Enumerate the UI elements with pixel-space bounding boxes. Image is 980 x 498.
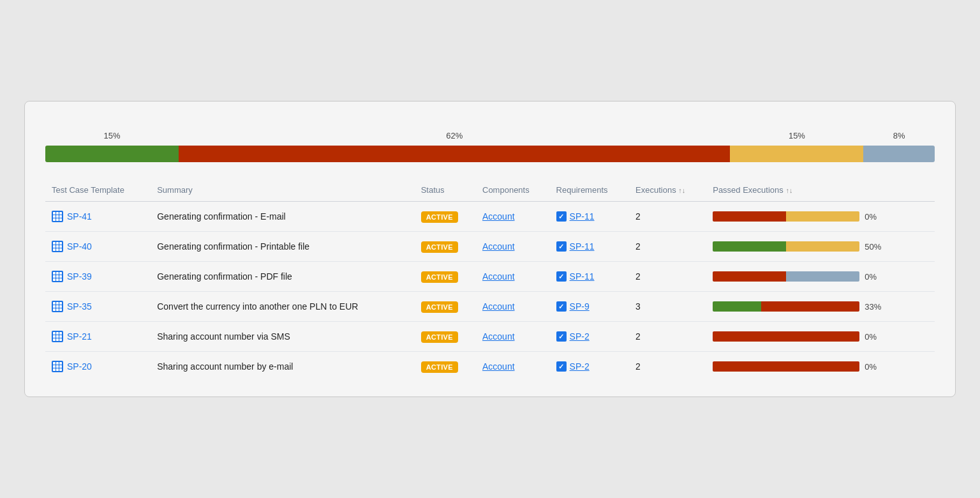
progress-label: 8% <box>893 131 905 140</box>
tc-id-cell: SP-20 <box>45 352 151 382</box>
component-link[interactable]: Account <box>482 271 515 282</box>
main-card: 15%62%15%8% Test Case TemplateSummarySta… <box>24 101 956 397</box>
tc-id-cell: SP-21 <box>45 322 151 352</box>
req-link[interactable]: SP-11 <box>570 241 595 252</box>
execution-bar <box>713 301 859 312</box>
component-link[interactable]: Account <box>482 361 515 372</box>
table-row: SP-20 Sharing account number by e-mailAC… <box>45 352 935 382</box>
grid-icon <box>52 361 63 372</box>
table-row: SP-41 Generating confirmation - E-mailAC… <box>45 202 935 232</box>
bar-segment <box>713 301 761 312</box>
passed-pct-label: 33% <box>865 302 885 312</box>
bar-segment <box>713 211 786 222</box>
status-badge: ACTIVE <box>421 301 458 313</box>
requirement-cell: SP-2 <box>550 352 630 382</box>
execution-bar <box>713 361 859 372</box>
summary-cell: Convert the currency into another one PL… <box>151 292 414 322</box>
executions-cell: 2 <box>629 352 706 382</box>
status-cell: ACTIVE <box>415 202 476 232</box>
execution-bar <box>713 211 859 222</box>
progress-label: 15% <box>104 131 121 140</box>
component-cell: Account <box>476 232 550 262</box>
tc-link[interactable]: SP-39 <box>52 271 144 282</box>
passed-executions-cell: 0% <box>706 352 935 382</box>
grid-icon <box>52 211 63 222</box>
status-cell: ACTIVE <box>415 262 476 292</box>
tc-id-label: SP-41 <box>67 211 92 222</box>
summary-cell: Sharing account number via SMS <box>151 322 414 352</box>
grid-icon <box>52 331 63 342</box>
progress-segment <box>45 146 179 162</box>
tc-id-label: SP-35 <box>67 301 92 312</box>
executions-cell: 2 <box>629 322 706 352</box>
component-cell: Account <box>476 262 550 292</box>
grid-icon <box>52 271 63 282</box>
req-checkbox-icon <box>556 211 567 222</box>
table-row: SP-21 Sharing account number via SMSACTI… <box>45 322 935 352</box>
passed-executions-cell: 33% <box>706 292 935 322</box>
tc-link[interactable]: SP-35 <box>52 301 144 312</box>
tc-link[interactable]: SP-41 <box>52 211 144 222</box>
req-link[interactable]: SP-11 <box>570 271 595 282</box>
status-badge: ACTIVE <box>421 331 458 343</box>
passed-pct-label: 0% <box>865 362 885 372</box>
tc-id-cell: SP-35 <box>45 292 151 322</box>
executions-cell: 2 <box>629 202 706 232</box>
passed-pct-label: 0% <box>865 332 885 342</box>
mini-bar-container: 0% <box>713 271 928 282</box>
mini-bar-container: 0% <box>713 211 928 222</box>
bar-segment <box>713 331 859 342</box>
col-header-executions[interactable]: Executions ↑↓ <box>629 180 706 202</box>
component-cell: Account <box>476 292 550 322</box>
component-link[interactable]: Account <box>482 331 515 342</box>
component-link[interactable]: Account <box>482 241 515 252</box>
status-badge: ACTIVE <box>421 361 458 373</box>
results-table: Test Case TemplateSummaryStatusComponent… <box>45 180 935 381</box>
passed-executions-cell: 50% <box>706 232 935 262</box>
progress-bar <box>45 146 935 162</box>
passed-executions-cell: 0% <box>706 202 935 232</box>
tc-id-label: SP-21 <box>67 331 92 342</box>
executions-cell: 2 <box>629 262 706 292</box>
summary-cell: Sharing account number by e-mail <box>151 352 414 382</box>
sort-icon: ↑↓ <box>785 186 792 194</box>
passed-pct-label: 50% <box>865 242 885 252</box>
bar-segment <box>713 241 786 252</box>
req-link[interactable]: SP-9 <box>570 301 590 312</box>
col-header-passed[interactable]: Passed Executions ↑↓ <box>706 180 935 202</box>
mini-bar-container: 0% <box>713 331 928 342</box>
executions-cell: 3 <box>629 292 706 322</box>
results-table-container: Test Case TemplateSummaryStatusComponent… <box>45 180 935 381</box>
table-row: SP-39 Generating confirmation - PDF file… <box>45 262 935 292</box>
summary-cell: Generating confirmation - Printable file <box>151 232 414 262</box>
component-cell: Account <box>476 352 550 382</box>
req-link[interactable]: SP-11 <box>570 211 595 222</box>
tc-id-cell: SP-40 <box>45 232 151 262</box>
tc-link[interactable]: SP-20 <box>52 361 144 372</box>
component-link[interactable]: Account <box>482 211 515 222</box>
mini-bar-container: 0% <box>713 361 928 372</box>
mini-bar-container: 33% <box>713 301 928 312</box>
req-link[interactable]: SP-2 <box>570 331 590 342</box>
col-header-status: Status <box>415 180 476 202</box>
col-header-summary: Summary <box>151 180 414 202</box>
bar-segment <box>786 211 859 222</box>
grid-icon <box>52 301 63 312</box>
col-header-requirements: Requirements <box>550 180 630 202</box>
progress-segment <box>730 146 863 162</box>
passed-pct-label: 0% <box>865 272 885 282</box>
summary-cell: Generating confirmation - E-mail <box>151 202 414 232</box>
progress-labels: 15%62%15%8% <box>45 131 935 144</box>
req-link[interactable]: SP-2 <box>570 361 590 372</box>
executions-cell: 2 <box>629 232 706 262</box>
bar-segment <box>713 361 859 372</box>
component-link[interactable]: Account <box>482 301 515 312</box>
requirement-cell: SP-11 <box>550 232 630 262</box>
req-checkbox-icon <box>556 241 567 252</box>
tc-link[interactable]: SP-40 <box>52 241 144 252</box>
req-checkbox-icon <box>556 361 567 372</box>
passed-executions-cell: 0% <box>706 322 935 352</box>
tc-id-cell: SP-41 <box>45 202 151 232</box>
bar-segment <box>761 301 859 312</box>
tc-link[interactable]: SP-21 <box>52 331 144 342</box>
